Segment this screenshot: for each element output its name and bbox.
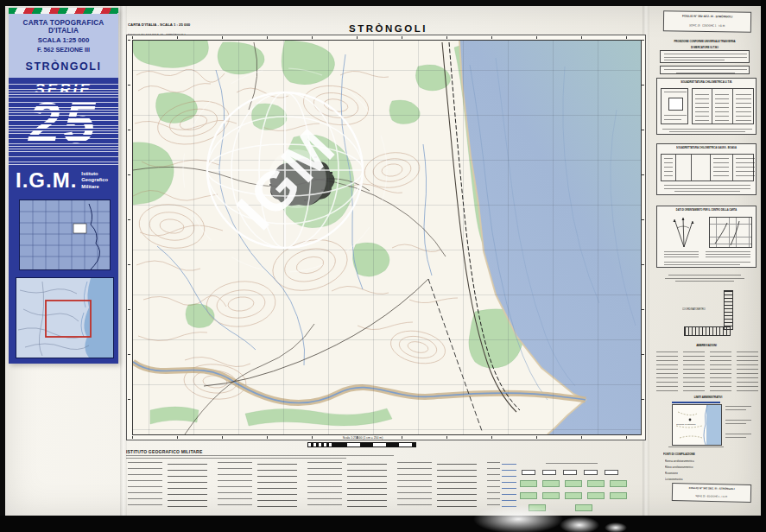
utm-grid-table: SQUADRETTATURA CHILOMETRICA U.T.M. xyxy=(656,78,757,135)
flash-reflection xyxy=(473,504,563,532)
photographed-map-sheet: CARTA TOPOGRAFICA D'ITALIA SCALA 1:25 00… xyxy=(0,0,766,532)
sheet-index-map xyxy=(19,200,111,270)
declination-diagram xyxy=(664,216,704,249)
photo-black-edge-bottom xyxy=(0,516,766,532)
publisher-title: ISTITUTO GEOGRAFICO MILITARE xyxy=(126,449,646,454)
cover-series-title: CARTA TOPOGRAFICA D'ITALIA xyxy=(9,19,118,35)
scale-bar: Scala 1:25.000 (1 cm = 250 m) xyxy=(304,436,421,442)
projection-note: PROIEZIONE CONFORME UNIVERSALE TRASVERSA… xyxy=(656,40,753,51)
admin-limits-map: Comune di Stròngoli xyxy=(672,404,722,446)
cover-header: CARTA TOPOGRAFICA D'ITALIA SCALA 1:25 00… xyxy=(9,14,118,78)
admin-limits: LIMITI AMMINISTRATIVI Comune di Stròngol… xyxy=(660,396,757,401)
sheet-id-box-top: FOGLIO N° 562 SEZ. III - STRÒNGOLI SERIE… xyxy=(663,10,751,32)
sheet-id-box-bottom: FOGLIO N° 562 SEZ. III - STRÒNGOLI SERIE… xyxy=(672,483,751,503)
legend-column-roads xyxy=(128,462,207,509)
topographic-map-svg: IGM xyxy=(133,41,641,434)
location-index-map xyxy=(16,277,114,358)
igm-full-name: Istituto Geografico Militare xyxy=(81,171,108,190)
topographic-map: IGM xyxy=(132,40,642,435)
photo-black-edge-right xyxy=(761,0,766,532)
compilation-sources: FONTI DI COMPILAZIONE Ripresa aerofotogr… xyxy=(663,453,753,458)
grid-ticks-top xyxy=(132,36,640,39)
coordinatometro: COORDINATOMETRO xyxy=(682,288,739,337)
legend-column-hydrography xyxy=(487,462,516,509)
series-25-logo: SERIE 25 xyxy=(9,82,118,165)
map-title: STRÒNGOLI xyxy=(349,23,427,34)
italian-flag-stripe xyxy=(9,8,118,14)
cover-map-name: STRÒNGOLI xyxy=(9,60,118,73)
legend-column-railways xyxy=(218,462,297,509)
flash-reflection xyxy=(605,522,627,532)
igm-logo: I.G.M. Istituto Geografico Militare xyxy=(16,168,117,193)
map-cover-panel: CARTA TOPOGRAFICA D'ITALIA SCALA 1:25 00… xyxy=(9,8,118,364)
legend-block: ISTITUTO GEOGRAFICO MILITARE xyxy=(126,449,646,511)
orientation-box: DATI DI ORIENTAMENTO PER IL CENTRO DELLA… xyxy=(656,206,757,268)
gauss-boaga-table: SQUADRETTATURA CHILOMETRICA GAUSS - BOAG… xyxy=(656,143,757,195)
map-neatline-frame: IGM xyxy=(126,35,646,440)
grid-ticks-left xyxy=(128,40,130,434)
declination-chart xyxy=(709,217,752,248)
grid-ticks-right xyxy=(642,40,644,434)
cover-sheet-number: F. 562 SEZIONE III xyxy=(9,46,118,54)
abbreviations: ABBREVIAZIONI xyxy=(655,344,758,349)
highlighted-sheet-cell xyxy=(73,224,86,233)
legend-column-symbols xyxy=(397,462,477,509)
cover-scale: SCALA 1:25 000 xyxy=(9,36,118,44)
legend-column-boundaries xyxy=(307,462,387,509)
flash-reflection xyxy=(560,516,599,532)
